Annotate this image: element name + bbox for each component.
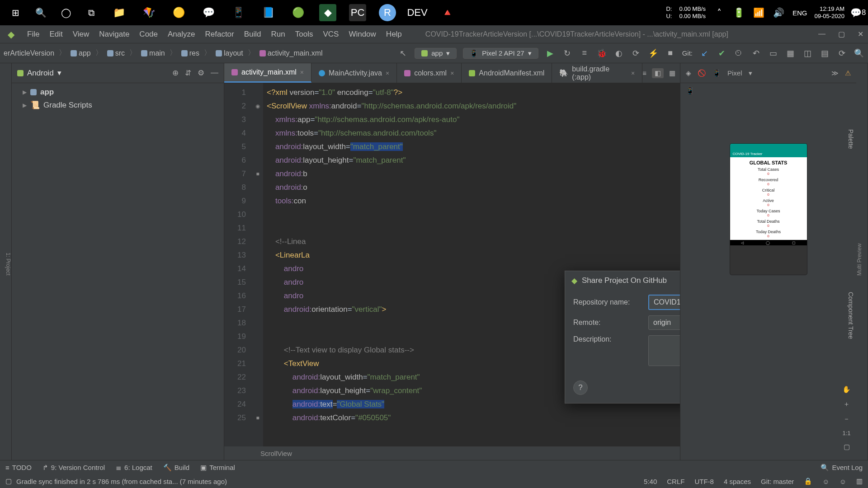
- breadcrumb-1[interactable]: app: [79, 49, 91, 57]
- heap-icon[interactable]: ▤: [819, 48, 830, 59]
- windows-start-icon[interactable]: ⊞: [9, 6, 22, 19]
- menu-code[interactable]: Code: [139, 30, 158, 39]
- close-icon[interactable]: ×: [386, 70, 389, 77]
- pycharm-icon[interactable]: PC: [349, 4, 366, 21]
- tree-item-app[interactable]: ▶app: [17, 86, 218, 99]
- phone-badge-icon[interactable]: 📱: [680, 83, 856, 99]
- phone-icon[interactable]: 📱: [230, 4, 247, 21]
- instant-run-icon[interactable]: ⚡: [648, 48, 659, 59]
- snip-icon[interactable]: 🪁: [140, 4, 157, 21]
- breadcrumb-5[interactable]: layout: [224, 49, 243, 57]
- attach-icon[interactable]: ⟳: [631, 48, 642, 59]
- breadcrumb-4[interactable]: res: [189, 49, 199, 57]
- wifi-icon[interactable]: 📶: [753, 6, 765, 19]
- menu-vcs[interactable]: VCS: [323, 30, 339, 39]
- tab-todo[interactable]: ≡ TODO: [5, 464, 32, 471]
- close-icon[interactable]: ×: [450, 70, 454, 77]
- sdk-icon[interactable]: ▦: [785, 48, 796, 59]
- menu-file[interactable]: File: [27, 30, 39, 39]
- maximize-icon[interactable]: ▢: [838, 30, 845, 38]
- tab-logcat[interactable]: ≣ 6: Logcat: [116, 464, 152, 472]
- orientation-icon[interactable]: 🚫: [698, 69, 706, 77]
- view-code-icon[interactable]: ≡: [642, 69, 646, 77]
- lock-icon[interactable]: 🔒: [804, 477, 812, 485]
- volume-icon[interactable]: 🔊: [773, 6, 785, 19]
- search-everywhere-icon[interactable]: 🔍: [854, 48, 864, 59]
- battery-icon[interactable]: 🔋: [733, 6, 745, 19]
- breadcrumb-3[interactable]: main: [149, 49, 165, 57]
- pan-icon[interactable]: ✋: [842, 385, 851, 394]
- dev-icon[interactable]: DEV: [409, 4, 426, 21]
- line-separator[interactable]: CRLF: [667, 478, 684, 485]
- face2-icon[interactable]: ☺: [840, 478, 846, 485]
- breadcrumb[interactable]: erArticleVersion〉 app〉 src〉 main〉 res〉 l…: [4, 48, 323, 58]
- palette-label[interactable]: Palette: [846, 127, 855, 152]
- tab-terminal[interactable]: ▣ Terminal: [200, 464, 235, 472]
- status-indicator-icon[interactable]: ▢: [5, 477, 12, 485]
- notification-icon[interactable]: 💬8: [852, 6, 864, 19]
- git-revert-icon[interactable]: ↶: [750, 48, 761, 59]
- git-pull-icon[interactable]: ↙: [699, 48, 710, 59]
- stripe-project[interactable]: 1: Project: [5, 248, 11, 280]
- git-history-icon[interactable]: ⏲: [733, 48, 744, 59]
- device-combo[interactable]: 📱 Pixel 2 API 27 ▾: [463, 48, 538, 59]
- menu-analyze[interactable]: Analyze: [168, 30, 195, 39]
- menu-help[interactable]: Help: [386, 30, 402, 39]
- component-tree-label[interactable]: Component Tree: [846, 289, 855, 342]
- back-arrow-icon[interactable]: ↖: [397, 48, 408, 59]
- profile-icon[interactable]: ≡: [579, 48, 590, 59]
- gear-icon[interactable]: ⚙: [198, 68, 204, 78]
- menu-navigate[interactable]: Navigate: [99, 30, 129, 39]
- android-studio-icon[interactable]: ◆: [319, 4, 336, 21]
- hide-panel-icon[interactable]: —: [211, 68, 218, 78]
- breadcrumb-6[interactable]: activity_main.xml: [268, 49, 323, 57]
- rerun-icon[interactable]: ↻: [562, 48, 573, 59]
- tab-build[interactable]: 🔨 Build: [163, 464, 189, 472]
- clock[interactable]: 12:19 AM 09-05-2020: [815, 5, 845, 19]
- sync-icon[interactable]: ⟳: [836, 48, 847, 59]
- layout-inspector-icon[interactable]: ◫: [802, 48, 813, 59]
- tab-vcs[interactable]: ↱ 9: Version Control: [42, 464, 105, 472]
- target-icon[interactable]: ⊕: [172, 68, 179, 78]
- collapse-icon[interactable]: ⇵: [185, 68, 191, 78]
- close-window-icon[interactable]: ✕: [858, 30, 863, 38]
- coverage-icon[interactable]: ◐: [613, 48, 624, 59]
- menu-run[interactable]: Run: [271, 30, 285, 39]
- menu-refactor[interactable]: Refactor: [205, 30, 234, 39]
- view-split-icon[interactable]: ◧: [652, 68, 664, 78]
- menu-window[interactable]: Window: [349, 30, 376, 39]
- breadcrumb-2[interactable]: src: [115, 49, 125, 57]
- warnings-icon[interactable]: ⚠: [845, 69, 851, 77]
- task-view-icon[interactable]: ⧉: [85, 6, 98, 19]
- menu-edit[interactable]: Edit: [49, 30, 62, 39]
- file-explorer-icon[interactable]: 📁: [110, 4, 127, 21]
- zoom-out-icon[interactable]: －: [843, 415, 850, 423]
- editor-breadcrumb[interactable]: ScrollView: [224, 446, 680, 460]
- chevron-up-icon[interactable]: ˄: [713, 6, 726, 19]
- grammarly-icon[interactable]: 🟢: [289, 4, 307, 21]
- tab-manifest[interactable]: AndroidManifest.xml: [462, 63, 552, 83]
- encoding-indicator[interactable]: UTF-8: [694, 478, 714, 485]
- caret-position[interactable]: 5:40: [644, 478, 657, 485]
- git-branch-indicator[interactable]: Git: master: [761, 478, 794, 485]
- stripe-multi-preview[interactable]: Multi Preview: [856, 239, 863, 280]
- face-icon[interactable]: ☺: [822, 478, 829, 485]
- vlc-icon[interactable]: 🔺: [439, 4, 456, 21]
- cortana-icon[interactable]: ◯: [60, 6, 72, 19]
- avd-icon[interactable]: ▭: [768, 48, 778, 59]
- minimize-icon[interactable]: —: [818, 30, 826, 38]
- zoom-fit-icon[interactable]: 1:1: [842, 430, 850, 436]
- tab-colors[interactable]: colors.xml×: [397, 63, 462, 83]
- surface-icon[interactable]: ◈: [686, 69, 691, 77]
- project-view-label[interactable]: Android: [27, 69, 54, 78]
- git-commit-icon[interactable]: ✔: [716, 48, 727, 59]
- run-config-combo[interactable]: app ▾: [415, 48, 457, 59]
- notes-icon[interactable]: 📘: [259, 4, 277, 21]
- menu-build[interactable]: Build: [244, 30, 261, 39]
- tab-main-activity[interactable]: MainActivity.java×: [311, 63, 397, 83]
- close-icon[interactable]: ×: [300, 69, 304, 76]
- debug-icon[interactable]: 🐞: [596, 48, 607, 59]
- stop-icon[interactable]: ■: [665, 48, 676, 59]
- zoom-in-icon[interactable]: ＋: [843, 400, 850, 408]
- breadcrumb-0[interactable]: erArticleVersion: [4, 49, 54, 57]
